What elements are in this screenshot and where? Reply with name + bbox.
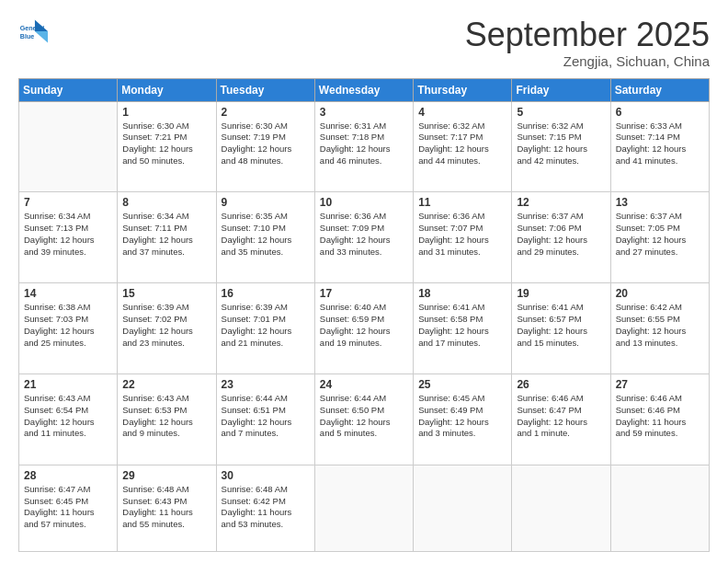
title-block: September 2025 Zengjia, Sichuan, China xyxy=(465,17,710,69)
table-row: 28Sunrise: 6:47 AMSunset: 6:45 PMDayligh… xyxy=(19,465,118,551)
cell-text: Sunrise: 6:31 AMSunset: 7:18 PMDaylight:… xyxy=(320,121,408,167)
col-monday: Monday xyxy=(118,78,216,101)
cell-text: Sunrise: 6:41 AMSunset: 6:57 PMDaylight:… xyxy=(517,302,605,349)
table-row: 9Sunrise: 6:35 AMSunset: 7:10 PMDaylight… xyxy=(216,192,314,283)
table-row: 25Sunrise: 6:45 AMSunset: 6:49 PMDayligh… xyxy=(414,373,512,465)
table-row: 17Sunrise: 6:40 AMSunset: 6:59 PMDayligh… xyxy=(314,283,413,374)
cell-text: Sunrise: 6:46 AMSunset: 6:46 PMDaylight:… xyxy=(616,393,704,440)
table-row xyxy=(19,101,118,192)
table-row xyxy=(314,465,413,551)
cell-text: Sunrise: 6:43 AMSunset: 6:54 PMDaylight:… xyxy=(24,393,112,440)
cell-text: Sunrise: 6:33 AMSunset: 7:14 PMDaylight:… xyxy=(616,121,704,167)
col-thursday: Thursday xyxy=(414,78,512,101)
day-number: 19 xyxy=(517,287,605,300)
col-sunday: Sunday xyxy=(19,78,118,101)
day-number: 7 xyxy=(24,196,112,209)
day-number: 10 xyxy=(320,196,408,209)
cell-text: Sunrise: 6:30 AMSunset: 7:19 PMDaylight:… xyxy=(222,121,310,167)
table-row: 24Sunrise: 6:44 AMSunset: 6:50 PMDayligh… xyxy=(314,373,413,465)
svg-text:General: General xyxy=(20,25,45,32)
cell-text: Sunrise: 6:48 AMSunset: 6:42 PMDaylight:… xyxy=(222,484,310,531)
cell-text: Sunrise: 6:43 AMSunset: 6:53 PMDaylight:… xyxy=(122,393,210,440)
month-title: September 2025 xyxy=(465,17,710,53)
table-row xyxy=(610,465,709,551)
day-number: 1 xyxy=(122,106,210,119)
col-tuesday: Tuesday xyxy=(216,78,314,101)
table-row: 23Sunrise: 6:44 AMSunset: 6:51 PMDayligh… xyxy=(216,373,314,465)
table-row: 3Sunrise: 6:31 AMSunset: 7:18 PMDaylight… xyxy=(314,101,413,192)
svg-marker-1 xyxy=(35,31,48,42)
col-saturday: Saturday xyxy=(610,78,709,101)
table-row: 6Sunrise: 6:33 AMSunset: 7:14 PMDaylight… xyxy=(610,101,709,192)
day-number: 3 xyxy=(320,106,408,119)
day-number: 17 xyxy=(320,287,408,300)
cell-text: Sunrise: 6:37 AMSunset: 7:06 PMDaylight:… xyxy=(517,211,605,258)
cell-text: Sunrise: 6:37 AMSunset: 7:05 PMDaylight:… xyxy=(616,211,704,258)
table-row: 12Sunrise: 6:37 AMSunset: 7:06 PMDayligh… xyxy=(512,192,610,283)
day-number: 9 xyxy=(222,196,310,209)
table-row: 15Sunrise: 6:39 AMSunset: 7:02 PMDayligh… xyxy=(118,283,216,374)
table-row xyxy=(512,465,610,551)
table-row: 19Sunrise: 6:41 AMSunset: 6:57 PMDayligh… xyxy=(512,283,610,374)
cell-text: Sunrise: 6:39 AMSunset: 7:01 PMDaylight:… xyxy=(222,302,310,349)
cell-text: Sunrise: 6:34 AMSunset: 7:11 PMDaylight:… xyxy=(122,211,210,258)
cell-text: Sunrise: 6:35 AMSunset: 7:10 PMDaylight:… xyxy=(222,211,310,258)
day-number: 4 xyxy=(418,106,506,119)
table-row: 20Sunrise: 6:42 AMSunset: 6:55 PMDayligh… xyxy=(610,283,709,374)
cell-text: Sunrise: 6:48 AMSunset: 6:43 PMDaylight:… xyxy=(122,484,210,531)
cell-text: Sunrise: 6:41 AMSunset: 6:58 PMDaylight:… xyxy=(418,302,506,349)
cell-text: Sunrise: 6:45 AMSunset: 6:49 PMDaylight:… xyxy=(418,393,506,440)
day-number: 16 xyxy=(222,287,310,300)
cell-text: Sunrise: 6:39 AMSunset: 7:02 PMDaylight:… xyxy=(122,302,210,349)
day-number: 5 xyxy=(517,106,605,119)
subtitle: Zengjia, Sichuan, China xyxy=(465,53,710,69)
table-row: 5Sunrise: 6:32 AMSunset: 7:15 PMDaylight… xyxy=(512,101,610,192)
cell-text: Sunrise: 6:30 AMSunset: 7:21 PMDaylight:… xyxy=(122,121,210,167)
day-number: 8 xyxy=(122,196,210,209)
table-row: 10Sunrise: 6:36 AMSunset: 7:09 PMDayligh… xyxy=(314,192,413,283)
day-number: 12 xyxy=(517,196,605,209)
cell-text: Sunrise: 6:46 AMSunset: 6:47 PMDaylight:… xyxy=(517,393,605,440)
day-number: 26 xyxy=(517,378,605,391)
calendar-header-row: Sunday Monday Tuesday Wednesday Thursday… xyxy=(19,78,710,101)
cell-text: Sunrise: 6:38 AMSunset: 7:03 PMDaylight:… xyxy=(24,302,112,349)
header: General Blue September 2025 Zengjia, Sic… xyxy=(18,17,710,69)
day-number: 2 xyxy=(222,106,310,119)
day-number: 11 xyxy=(418,196,506,209)
logo: General Blue xyxy=(18,17,48,46)
cell-text: Sunrise: 6:44 AMSunset: 6:51 PMDaylight:… xyxy=(222,393,310,440)
table-row: 8Sunrise: 6:34 AMSunset: 7:11 PMDaylight… xyxy=(118,192,216,283)
cell-text: Sunrise: 6:44 AMSunset: 6:50 PMDaylight:… xyxy=(320,393,408,440)
table-row: 16Sunrise: 6:39 AMSunset: 7:01 PMDayligh… xyxy=(216,283,314,374)
day-number: 24 xyxy=(320,378,408,391)
cell-text: Sunrise: 6:32 AMSunset: 7:15 PMDaylight:… xyxy=(517,121,605,167)
day-number: 23 xyxy=(222,378,310,391)
table-row: 2Sunrise: 6:30 AMSunset: 7:19 PMDaylight… xyxy=(216,101,314,192)
page: General Blue September 2025 Zengjia, Sic… xyxy=(0,0,728,563)
table-row: 29Sunrise: 6:48 AMSunset: 6:43 PMDayligh… xyxy=(118,465,216,551)
day-number: 6 xyxy=(616,106,704,119)
cell-text: Sunrise: 6:36 AMSunset: 7:09 PMDaylight:… xyxy=(320,211,408,258)
cell-text: Sunrise: 6:34 AMSunset: 7:13 PMDaylight:… xyxy=(24,211,112,258)
day-number: 15 xyxy=(122,287,210,300)
cell-text: Sunrise: 6:32 AMSunset: 7:17 PMDaylight:… xyxy=(418,121,506,167)
table-row: 18Sunrise: 6:41 AMSunset: 6:58 PMDayligh… xyxy=(414,283,512,374)
day-number: 21 xyxy=(24,378,112,391)
table-row: 14Sunrise: 6:38 AMSunset: 7:03 PMDayligh… xyxy=(19,283,118,374)
table-row: 11Sunrise: 6:36 AMSunset: 7:07 PMDayligh… xyxy=(414,192,512,283)
cell-text: Sunrise: 6:36 AMSunset: 7:07 PMDaylight:… xyxy=(418,211,506,258)
cell-text: Sunrise: 6:42 AMSunset: 6:55 PMDaylight:… xyxy=(616,302,704,349)
col-wednesday: Wednesday xyxy=(314,78,413,101)
table-row xyxy=(414,465,512,551)
table-row: 22Sunrise: 6:43 AMSunset: 6:53 PMDayligh… xyxy=(118,373,216,465)
table-row: 7Sunrise: 6:34 AMSunset: 7:13 PMDaylight… xyxy=(19,192,118,283)
cell-text: Sunrise: 6:47 AMSunset: 6:45 PMDaylight:… xyxy=(24,484,112,531)
day-number: 18 xyxy=(418,287,506,300)
day-number: 28 xyxy=(24,469,112,482)
table-row: 27Sunrise: 6:46 AMSunset: 6:46 PMDayligh… xyxy=(610,373,709,465)
day-number: 29 xyxy=(122,469,210,482)
day-number: 25 xyxy=(418,378,506,391)
day-number: 13 xyxy=(616,196,704,209)
table-row: 1Sunrise: 6:30 AMSunset: 7:21 PMDaylight… xyxy=(118,101,216,192)
day-number: 27 xyxy=(616,378,704,391)
